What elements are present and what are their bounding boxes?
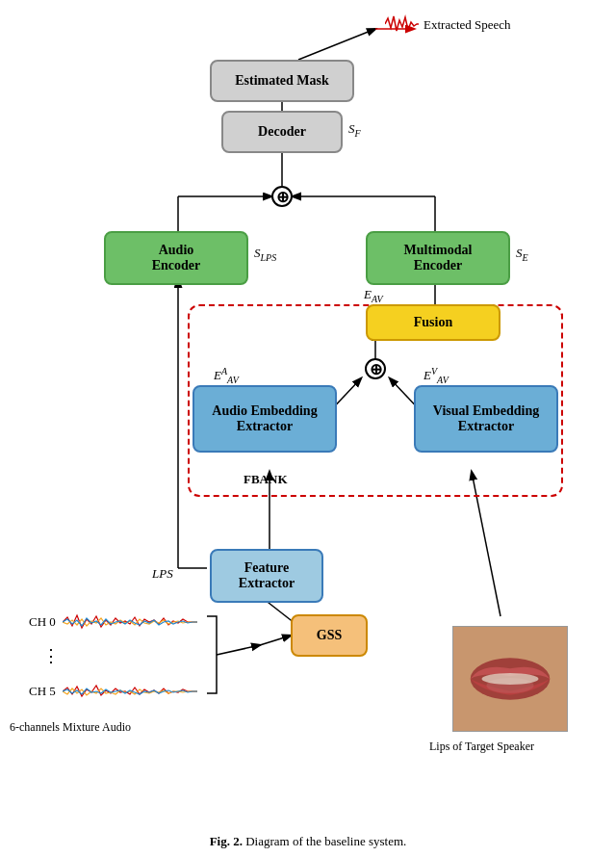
- figure-caption: Fig. 2. Diagram of the baseline system.: [0, 834, 616, 849]
- circle-plus-inner: ⊕: [365, 358, 386, 379]
- svg-line-0: [298, 29, 375, 60]
- diagram: Extracted Speech Estimated Mask Decoder …: [0, 0, 616, 857]
- eava-label: EAAV: [214, 366, 239, 385]
- ch0-waveform: [63, 612, 197, 636]
- lps-label: LPS: [152, 566, 173, 582]
- audio-encoder-box: AudioEncoder: [104, 231, 248, 285]
- lips-label: Lips of Target Speaker: [429, 740, 534, 754]
- estimated-mask-box: Estimated Mask: [210, 60, 354, 102]
- visual-embedding-label: Visual Embedding Extractor: [433, 403, 539, 434]
- gss-box: GSS: [291, 614, 368, 657]
- extracted-speech-label: Extracted Speech: [424, 17, 511, 33]
- eavv-label: EVAV: [424, 366, 449, 385]
- lips-image: [452, 626, 568, 732]
- ch0-label: CH 0: [29, 614, 56, 630]
- svg-line-16: [260, 636, 291, 645]
- ch5-waveform: [63, 682, 197, 705]
- red-waveform-icon: [385, 13, 419, 39]
- feature-extractor-box: Feature Extractor: [210, 549, 323, 603]
- fbank-label: FBANK: [244, 472, 288, 487]
- se-label: SE: [516, 246, 528, 263]
- feature-extractor-label: Feature Extractor: [239, 560, 295, 591]
- svg-line-18: [217, 645, 260, 655]
- ch5-label: CH 5: [29, 684, 56, 699]
- mixture-audio-label: 6-channels Mixture Audio: [10, 720, 131, 735]
- multimodal-encoder-box: MultimodalEncoder: [366, 231, 510, 285]
- fusion-box: Fusion: [366, 304, 500, 341]
- visual-embedding-box: Visual Embedding Extractor: [414, 385, 558, 453]
- audio-embedding-label: Audio Embedding Extractor: [212, 403, 317, 434]
- slps-label: SLPS: [254, 246, 276, 263]
- eav-label: EAV: [364, 287, 383, 304]
- multimodal-encoder-label: MultimodalEncoder: [404, 243, 473, 273]
- audio-encoder-label: AudioEncoder: [152, 243, 201, 273]
- decoder-box: Decoder: [221, 111, 343, 153]
- sf-label: SF: [348, 121, 361, 139]
- dots-label: ⋮: [42, 645, 60, 666]
- audio-embedding-box: Audio Embedding Extractor: [192, 385, 337, 453]
- svg-point-22: [482, 673, 539, 685]
- circle-plus-main: ⊕: [271, 186, 293, 207]
